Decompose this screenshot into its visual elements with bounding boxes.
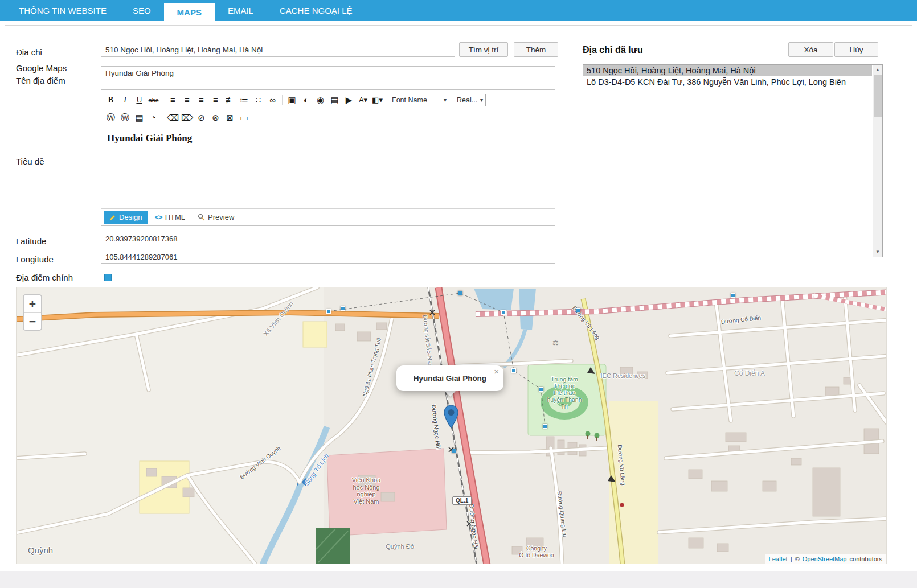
edit-vertex-handle[interactable]: [576, 308, 580, 312]
font-name-dropdown[interactable]: Font Name ▾: [388, 94, 449, 106]
flash-icon[interactable]: ◐: [299, 93, 313, 108]
caret-down-icon: ▾: [480, 97, 483, 103]
paste-delayed-icon[interactable]: ◔: [146, 110, 161, 125]
strikethrough-icon[interactable]: abc: [146, 93, 161, 108]
scrollbar-thumb[interactable]: [874, 75, 882, 117]
clean-format-icon[interactable]: ⌫: [166, 110, 180, 125]
saved-addresses-list: 510 Ngọc Hồi, Hoàng Liệt, Hoàng Mai, Hà …: [583, 64, 883, 257]
design-tab[interactable]: Design: [104, 211, 148, 224]
align-right-icon[interactable]: ≡: [194, 93, 208, 108]
openstreetmap-link[interactable]: OpenStreetMap: [803, 556, 847, 562]
add-button[interactable]: Thêm: [514, 42, 558, 57]
map-canvas[interactable]: ⚖ Xã Vĩnh Quỳnh Đường sắt Bắc–Nam Ngõ 31…: [16, 287, 887, 564]
address-input[interactable]: [101, 43, 455, 57]
leaflet-link[interactable]: Leaflet: [769, 556, 788, 562]
latitude-input[interactable]: [101, 232, 555, 245]
italic-icon[interactable]: I: [118, 93, 132, 108]
scroll-up-icon[interactable]: ▲: [873, 65, 882, 75]
link-icon[interactable]: ∞: [265, 93, 280, 108]
tab-maps[interactable]: MAPS: [164, 3, 215, 21]
ordered-list-icon[interactable]: ≔: [237, 93, 251, 108]
font-color-icon[interactable]: A▾: [356, 93, 370, 108]
edit-vertex-handle[interactable]: [452, 449, 456, 453]
map-popup: Hyundai Giải Phóng ×: [396, 365, 503, 391]
align-justify-icon[interactable]: ≡: [208, 93, 223, 108]
longitude-input[interactable]: [101, 250, 555, 264]
edit-vertex-handle[interactable]: [341, 306, 345, 311]
tab-thong-tin-website[interactable]: THÔNG TIN WEBSITE: [6, 0, 120, 21]
zoom-out-button[interactable]: −: [24, 312, 41, 330]
media-icon[interactable]: ◉: [313, 93, 328, 108]
popup-close-button[interactable]: ×: [494, 367, 499, 376]
remove-align-icon[interactable]: ≢: [223, 93, 237, 108]
latitude-label: Latitude: [16, 235, 46, 248]
font-size-value: Real...: [457, 96, 477, 104]
delete-address-button[interactable]: Xóa: [788, 42, 833, 57]
highlight-color-icon[interactable]: ◧▾: [370, 93, 384, 108]
edit-vertex-handle[interactable]: [511, 368, 516, 373]
main-location-label: Địa điểm chính: [16, 272, 73, 284]
editor-toolbar: B I U abc ≡ ≡ ≡ ≡ ≢ ≔ ∷ ∞ ▣ ◐ ◉ ▤ ▶ A▾: [101, 90, 555, 128]
saved-list-scrollbar[interactable]: ▲ ▼: [873, 65, 882, 257]
main-location-checkbox[interactable]: [104, 274, 112, 281]
page-footer-strip: [0, 571, 917, 588]
toggle-screen-icon[interactable]: ▭: [237, 110, 251, 125]
shop-icon: [620, 503, 624, 507]
saved-addresses-title: Địa chỉ đã lưu: [583, 45, 643, 55]
font-name-value: Font Name: [392, 96, 427, 104]
document-image-icon[interactable]: ▤: [328, 93, 342, 108]
toolbar-separator: [282, 95, 283, 105]
road-shield: QL.1: [452, 496, 472, 505]
play-icon[interactable]: ▶: [342, 93, 356, 108]
font-size-dropdown[interactable]: Real... ▾: [453, 94, 486, 106]
edit-vertex-handle[interactable]: [543, 424, 547, 429]
edit-vertex-handle[interactable]: [501, 310, 506, 315]
zoom-in-button[interactable]: +: [24, 295, 41, 312]
underline-icon[interactable]: U: [132, 93, 146, 108]
html-tab[interactable]: <> HTML: [149, 211, 191, 224]
longitude-label: Longitude: [16, 253, 54, 266]
image-icon[interactable]: ▣: [285, 93, 299, 108]
popup-title: Hyundai Giải Phóng: [414, 374, 486, 383]
align-center-icon[interactable]: ≡: [180, 93, 194, 108]
rich-text-editor: B I U abc ≡ ≡ ≡ ≡ ≢ ≔ ∷ ∞ ▣ ◐ ◉ ▤ ▶ A▾: [101, 89, 555, 226]
design-tab-label: Design: [119, 213, 142, 221]
map-marker[interactable]: [444, 405, 459, 431]
edit-vertex-handle[interactable]: [326, 309, 331, 314]
saved-address-item[interactable]: 510 Ngọc Hồi, Hoàng Liệt, Hoàng Mai, Hà …: [583, 65, 872, 76]
toolbar-separator: [163, 113, 163, 123]
caret-down-icon: ▾: [444, 97, 447, 103]
clean-inline-styles-icon[interactable]: ⊗: [208, 110, 223, 125]
bold-icon[interactable]: B: [104, 93, 118, 108]
edit-vertex-handle[interactable]: [458, 291, 462, 295]
cancel-button[interactable]: Hủy: [834, 42, 878, 57]
tab-seo[interactable]: SEO: [120, 0, 164, 21]
html-tab-label: HTML: [165, 213, 185, 221]
clean-word-format-icon[interactable]: ⊘: [194, 110, 208, 125]
preview-tab[interactable]: Preview: [192, 211, 240, 224]
scroll-down-icon[interactable]: ▼: [873, 247, 882, 257]
pencil-icon: [109, 214, 116, 221]
edit-vertex-handle[interactable]: [539, 387, 543, 392]
editor-content[interactable]: Hyundai Giải Phóng: [101, 128, 555, 208]
find-location-button[interactable]: Tìm vị trí: [459, 42, 508, 57]
paste-plain-text-icon[interactable]: ▤: [132, 110, 146, 125]
paste-from-word-clean-icon[interactable]: Ⓦ: [118, 110, 132, 125]
edit-vertex-handle[interactable]: [731, 293, 735, 298]
clean-all-icon[interactable]: ⊠: [223, 110, 237, 125]
scales-icon: ⚖: [552, 339, 559, 347]
preview-tab-label: Preview: [208, 213, 234, 221]
maps-settings-panel: Địa chỉ Tìm vị trí Thêm Địa chỉ đã lưu X…: [5, 25, 912, 570]
title-label: Tiêu đề: [16, 155, 44, 168]
saved-address-item[interactable]: Lô D3-D4-D5 KCN Đài Tư, 386 Nguyễn Văn L…: [583, 76, 872, 88]
place-name-input[interactable]: [101, 66, 555, 80]
paste-from-word-icon[interactable]: Ⓦ: [104, 110, 118, 125]
clean-css-icon[interactable]: ⌦: [180, 110, 194, 125]
html-brackets-icon: <>: [154, 213, 162, 221]
zoom-control: + −: [23, 294, 42, 331]
tab-email[interactable]: EMAIL: [215, 0, 267, 21]
unordered-list-icon[interactable]: ∷: [251, 93, 265, 108]
align-left-icon[interactable]: ≡: [166, 93, 180, 108]
tab-cache-ngoai-le[interactable]: CACHE NGOẠI LỆ: [267, 0, 366, 21]
magnifier-icon: [198, 213, 205, 221]
